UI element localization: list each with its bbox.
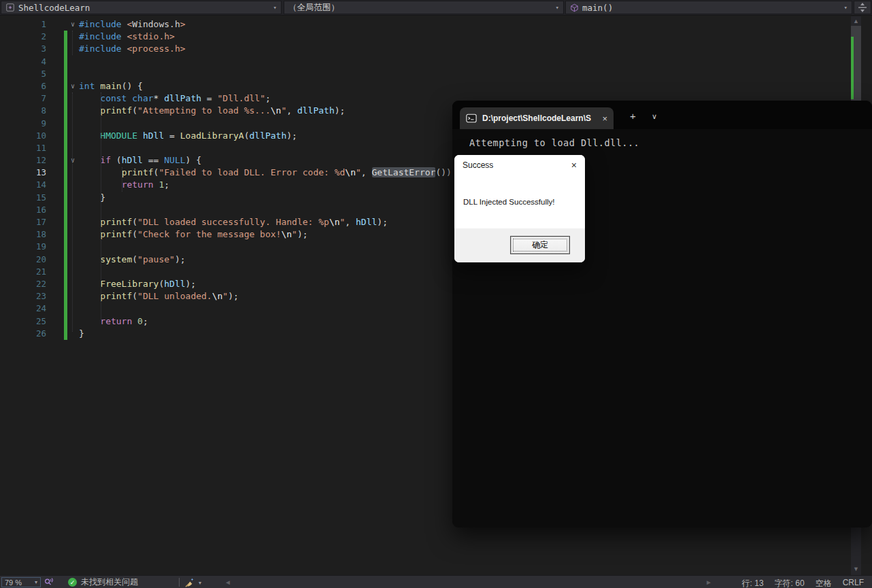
tab-close-icon[interactable]: × (602, 114, 607, 124)
scroll-up-arrow[interactable]: ▲ (851, 18, 861, 24)
code-text: printf("Failed to load DLL. Error code: … (79, 167, 457, 179)
editor-status-bar: 79 % ▾ ✓ 未找到相关问题 ▾ ◄ ► 行: 13 字符: 60 空格 C… (0, 575, 872, 588)
line-number: 20 (0, 254, 46, 266)
line-number: 1 (0, 18, 46, 31)
indent-guide (122, 167, 122, 192)
code-text: FreeLibrary(hDll); (79, 278, 196, 290)
line-number: 26 (0, 328, 46, 340)
caret-position-info: 行: 13 字符: 60 空格 CRLF (742, 578, 864, 588)
terminal-titlebar[interactable]: D:\project\ShellcodeLearn\S × + ∨ (452, 101, 872, 129)
code-line[interactable]: 6∨int main() { (0, 80, 872, 92)
code-text: printf("DLL unloaded.\n"); (79, 290, 239, 302)
change-tracking-bar (64, 105, 67, 117)
document-health-indicator[interactable]: ✓ 未找到相关问题 (68, 576, 138, 588)
message-box-titlebar[interactable]: Success × (454, 155, 585, 175)
code-cleanup-broom-icon[interactable] (184, 577, 195, 588)
line-number: 15 (0, 192, 46, 204)
line-number: 25 (0, 315, 46, 328)
line-number: 10 (0, 130, 46, 142)
ok-button[interactable]: 确定 (510, 236, 570, 254)
message-box-body: DLL Injected Successfully! (454, 175, 585, 228)
code-text: #include <Windows.h> (79, 18, 186, 31)
close-icon[interactable]: × (571, 160, 577, 171)
screen-magnifier-icon[interactable] (44, 577, 54, 587)
line-number: 23 (0, 290, 46, 302)
chevron-down-icon: ▾ (844, 4, 848, 11)
health-text: 未找到相关问题 (81, 576, 138, 588)
terminal-tab-title: D:\project\ShellcodeLearn\S (482, 114, 591, 123)
scroll-down-arrow[interactable]: ▼ (851, 566, 861, 572)
change-tracking-bar (64, 142, 67, 154)
terminal-tab[interactable]: D:\project\ShellcodeLearn\S × (460, 107, 614, 129)
message-box-footer: 确定 (454, 228, 585, 262)
indentation-indicator[interactable]: 空格 (816, 578, 832, 588)
code-line[interactable]: 2#include <stdio.h> (0, 31, 872, 43)
line-number: 9 (0, 118, 46, 130)
scope-name: （全局范围） (288, 2, 339, 14)
code-text: return 1; (79, 179, 169, 191)
scope-dropdown[interactable]: （全局范围） ▾ (284, 1, 564, 14)
project-dropdown[interactable]: ShellcodeLearn ▾ (1, 1, 282, 14)
eol-indicator[interactable]: CRLF (843, 578, 864, 588)
line-number: 12 (0, 154, 46, 167)
health-check-icon: ✓ (68, 578, 77, 587)
indent-guide (101, 92, 101, 319)
member-dropdown[interactable]: main() ▾ (565, 1, 852, 14)
code-text: const char* dllPath = "Dll.dll"; (79, 92, 271, 105)
change-tracking-bar (64, 43, 67, 55)
terminal-output: Attempting to load Dll.dll... (469, 137, 639, 148)
change-tracking-bar (64, 228, 67, 241)
line-number: 6 (0, 80, 46, 92)
method-cube-icon (570, 3, 579, 12)
hscroll-right-arrow[interactable]: ► (705, 578, 712, 586)
change-tracking-bar (64, 254, 67, 266)
split-editor-button[interactable] (854, 1, 871, 14)
line-number: 8 (0, 105, 46, 117)
broom-dropdown-icon[interactable]: ▾ (199, 580, 201, 586)
line-number: 17 (0, 216, 46, 228)
line-number: 7 (0, 92, 46, 105)
change-tracking-bar (64, 68, 67, 80)
code-line[interactable]: 5 (0, 68, 872, 80)
scrollbar-change-mark (851, 37, 854, 99)
code-text: #include <stdio.h> (79, 31, 175, 43)
code-line[interactable]: 1∨#include <Windows.h> (0, 18, 872, 31)
split-editor-icon (858, 3, 867, 12)
line-number: 22 (0, 278, 46, 290)
change-tracking-bar (64, 192, 67, 204)
change-tracking-bar (64, 118, 67, 130)
chevron-down-icon: ▾ (556, 4, 559, 11)
line-number: 24 (0, 302, 46, 315)
column-indicator: 字符: 60 (775, 578, 805, 588)
code-text: return 0; (79, 315, 148, 328)
cmd-icon (466, 114, 477, 123)
code-text: system("pause"); (79, 254, 186, 266)
tab-dropdown-button[interactable]: ∨ (652, 112, 657, 121)
line-number: 3 (0, 43, 46, 55)
fold-chevron-icon[interactable]: ∨ (67, 18, 78, 31)
change-tracking-bar (64, 266, 67, 278)
zoom-selector[interactable]: 79 % ▾ (1, 577, 41, 587)
code-text: } (79, 192, 105, 204)
code-line[interactable]: 3#include <process.h> (0, 43, 872, 55)
new-tab-button[interactable]: + (630, 110, 636, 122)
message-box: Success × DLL Injected Successfully! 确定 (454, 155, 585, 262)
project-name: ShellcodeLearn (18, 3, 90, 13)
line-number: 5 (0, 68, 46, 80)
change-tracking-bar (64, 315, 67, 328)
fold-guide (72, 92, 73, 332)
change-tracking-bar (64, 278, 67, 290)
member-name: main() (582, 3, 613, 13)
line-number: 19 (0, 241, 46, 253)
code-text: printf("DLL loaded successfully. Handle:… (79, 216, 388, 228)
code-line[interactable]: 4 (0, 56, 872, 68)
hscroll-left-arrow[interactable]: ◄ (224, 578, 231, 586)
fold-chevron-icon[interactable]: ∨ (67, 154, 78, 167)
line-number: 11 (0, 142, 46, 154)
line-number: 21 (0, 266, 46, 278)
change-tracking-bar (64, 130, 67, 142)
change-tracking-bar (64, 328, 67, 340)
code-text: #include <process.h> (79, 43, 186, 55)
line-number: 14 (0, 179, 46, 191)
fold-chevron-icon[interactable]: ∨ (67, 80, 78, 92)
